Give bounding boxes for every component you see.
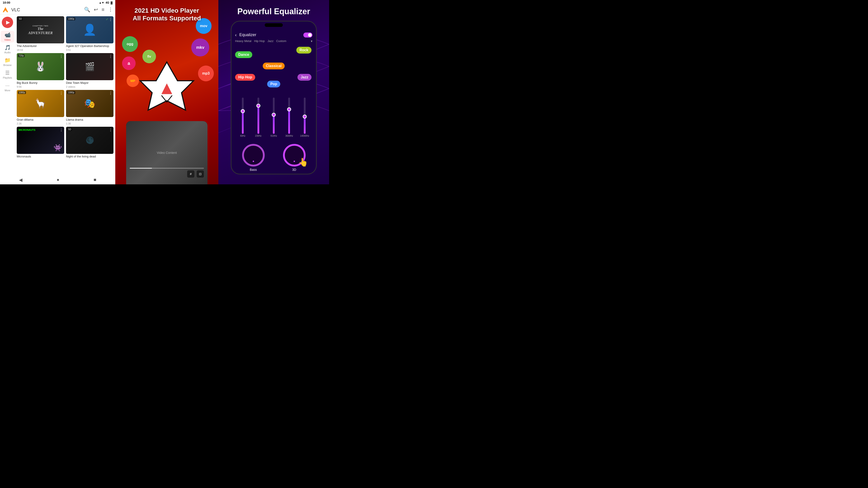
eq-back-icon[interactable]: ‹ (235, 32, 237, 37)
video-thumbnail: CHAPTER TWO TheADVENTURER SD (17, 16, 64, 43)
svg-rect-2 (4, 11, 7, 12)
video-thumbnail: 🐰 720p ⋮ (17, 53, 64, 80)
check-icon: ✓ (106, 18, 108, 21)
right-panel: Powerful Equalizer ‹ Equalizer Heavy Met… (218, 0, 329, 184)
video-title: Big Buck Bunny (17, 81, 64, 85)
eq-slider-thumb[interactable] (272, 113, 276, 117)
phone-video-preview: Video Content # ⊡ (126, 121, 208, 184)
back-button[interactable]: ◀ (19, 177, 22, 183)
eq-genre-pop-bubble[interactable]: Pop (267, 80, 280, 88)
app-title: VLC (11, 7, 82, 12)
video-more-icon[interactable]: ⋮ (59, 54, 63, 59)
list-item[interactable]: 🎭 1080p ⋮ Llama drama 1:30 (66, 90, 114, 125)
history-icon[interactable]: ↩ (94, 7, 98, 13)
video-thumbnail: 🎭 1080p ⋮ (66, 90, 114, 117)
eq-genre-dance[interactable]: Dance (235, 51, 252, 58)
thumb-llama-icon: 🎭 (84, 98, 95, 109)
video-more-icon[interactable]: ⋮ (59, 128, 63, 132)
video-title: Gran dillama (17, 118, 64, 122)
video-more-icon[interactable]: ⋮ (109, 128, 112, 132)
status-time: 10:00 (3, 1, 10, 4)
eq-power-toggle[interactable] (303, 33, 312, 37)
eq-slider-track (273, 98, 275, 134)
eq-genre-hiphop-bubble[interactable]: Hip Hop (235, 74, 255, 80)
eq-3d-knob[interactable]: 👆 3D (283, 144, 306, 171)
play-fab-icon: ▶ (6, 20, 10, 25)
playlists-icon: ☰ (5, 70, 10, 76)
sidebar-item-browse[interactable]: 📁 Browse (1, 56, 14, 68)
eq-preset-jazz[interactable]: Jazz (268, 39, 274, 43)
list-item[interactable]: 🐰 720p ⋮ Big Buck Bunny 9:56 (17, 53, 64, 88)
thumb-char: 👤 (83, 24, 96, 36)
list-item[interactable]: 🎬 ⋮ Dew Town Mayor 2 videos (66, 53, 114, 88)
more-icon[interactable]: ⋮ (108, 7, 113, 13)
hand-cursor-icon: 👆 (298, 158, 308, 167)
sort-icon[interactable]: ≡ (101, 7, 104, 13)
sidebar-item-more-label: More (4, 89, 10, 92)
status-icons: ▲▼ 4G ▓ (99, 1, 113, 4)
video-progress-fill (130, 168, 152, 168)
chevron-down-icon: ▾ (311, 39, 312, 43)
eq-slider-thumb[interactable] (256, 104, 260, 108)
video-duration: 2:26 (17, 122, 64, 125)
star-svg-icon (137, 59, 196, 118)
eq-genre-jazz-bubble[interactable]: Jazz (298, 74, 311, 80)
eq-preset-hiphop[interactable]: Hip Hop (254, 39, 265, 43)
eq-band-60hz[interactable]: 60Hz (239, 90, 246, 137)
home-button[interactable]: ● (57, 177, 59, 183)
video-duration: 3:51 (66, 48, 114, 51)
sidebar-item-playlists[interactable]: ☰ Playlists (1, 69, 14, 80)
eq-slider-fill (242, 112, 244, 134)
bass-knob-circle[interactable] (242, 144, 265, 166)
eq-slider-thumb[interactable] (241, 109, 245, 113)
list-item[interactable]: 🌑 SD ⋮ Night of the living dead (66, 127, 114, 159)
video-quality-badge: SD (67, 128, 72, 131)
eq-preset-custom[interactable]: Custom (276, 39, 286, 43)
recent-button[interactable]: ■ (94, 177, 96, 183)
eq-genre-classical[interactable]: Classical (263, 63, 285, 69)
search-icon[interactable]: 🔍 (84, 7, 90, 13)
hashtag-icon[interactable]: # (187, 170, 194, 177)
ad-title-line1: 2021 HD Video Player (134, 7, 199, 14)
ad-title-line2: All Formats Supported (133, 15, 201, 22)
sidebar-item-video[interactable]: 📹 Video (1, 31, 14, 42)
battery-icon: ▓ (111, 1, 113, 4)
eq-phone-header: ‹ Equalizer (231, 29, 316, 39)
list-item[interactable]: CHAPTER TWO TheADVENTURER SD The Adventu… (17, 16, 64, 51)
eq-slider-thumb[interactable] (287, 107, 291, 111)
video-more-icon[interactable]: ⋮ (109, 18, 112, 22)
subtitle-icon[interactable]: ⊡ (197, 170, 204, 177)
sidebar-item-audio[interactable]: 🎵 Audio (1, 43, 14, 55)
list-item[interactable]: 🦙 1080p ⋮ Gran dillama 2:26 (17, 90, 64, 125)
eq-slider-thumb[interactable] (303, 115, 307, 119)
format-bubble-mkv: mkv (191, 38, 209, 57)
eq-slider-fill (288, 110, 290, 134)
video-count: 2 videos (66, 86, 114, 88)
eq-band-14000hz[interactable]: 14000Hz (301, 90, 308, 137)
video-title: Night of the living dead (66, 155, 114, 159)
star-logo (137, 59, 196, 119)
folder-icon: 🎬 (85, 62, 95, 71)
video-more-icon[interactable]: ⋮ (59, 91, 63, 95)
video-more-icon[interactable]: ⋮ (109, 54, 112, 59)
eq-band-910hz[interactable]: 910Hz (270, 90, 277, 137)
video-progress-bar (130, 168, 204, 168)
eq-slider-track (288, 98, 290, 134)
side-nav: ▶ 📹 Video 🎵 Audio 📁 Browse ☰ Playlists ·… (0, 14, 15, 175)
eq-band-3600hz[interactable]: 3600Hz (286, 90, 292, 137)
eq-bass-knob[interactable]: Bass (242, 144, 265, 171)
eq-band-230hz[interactable]: 230Hz (255, 90, 262, 137)
list-item[interactable]: 👤 1080p ✓ ⋮ Agent 327 Operation Barbersh… (66, 16, 114, 51)
sidebar-item-more[interactable]: ··· More (1, 81, 14, 93)
3d-knob-circle[interactable]: 👆 (283, 144, 306, 166)
eq-preset-heavymetal[interactable]: Heavy Metal (235, 39, 251, 43)
video-thumbnail: 🎬 ⋮ (66, 53, 114, 80)
bass-knob-label: Bass (250, 168, 257, 171)
list-item[interactable]: MICRONAUTS 👾 ⋮ Micronauts (17, 127, 64, 159)
video-quality-badge: 1080p (67, 91, 75, 94)
sidebar-item-audio-label: Audio (4, 51, 11, 54)
equalizer-title: Powerful Equalizer (233, 0, 315, 19)
video-more-icon[interactable]: ⋮ (109, 91, 112, 95)
eq-genre-rock[interactable]: Rock (296, 47, 311, 54)
play-fab-button[interactable]: ▶ (2, 17, 13, 28)
